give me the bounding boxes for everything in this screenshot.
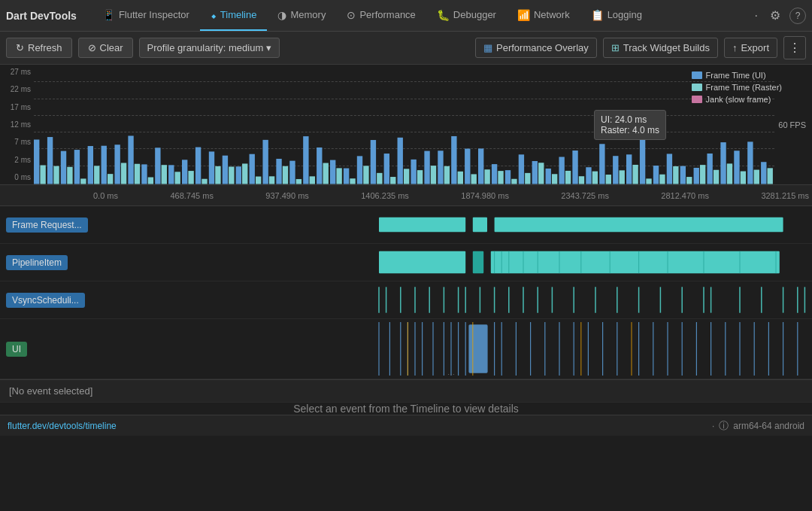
svg-rect-69 <box>498 171 503 184</box>
tl-row-vsync: VsyncScheduli... <box>0 281 812 319</box>
svg-text:⋯: ⋯ <box>447 370 455 379</box>
svg-rect-33 <box>256 177 261 184</box>
svg-rect-17 <box>148 177 153 184</box>
svg-rect-77 <box>552 174 557 184</box>
svg-rect-47 <box>350 178 355 184</box>
tab-network[interactable]: 📶 Network <box>507 0 580 31</box>
y-label-27: 27 ms <box>3 68 31 76</box>
svg-rect-13 <box>121 163 126 184</box>
legend-color-jank <box>692 96 702 103</box>
y-label-22: 22 ms <box>3 85 31 93</box>
top-nav: Dart DevTools 📱 Flutter Inspector ⬥ Time… <box>0 0 812 32</box>
svg-rect-15 <box>135 164 140 184</box>
svg-rect-11 <box>108 174 113 184</box>
frame-chart[interactable] <box>34 65 774 184</box>
nav-tabs: 📱 Flutter Inspector ⬥ Timeline ◑ Memory … <box>92 0 653 31</box>
svg-rect-36 <box>276 159 281 184</box>
svg-rect-6 <box>74 150 80 184</box>
tab-logging[interactable]: 📋 Logging <box>580 0 653 31</box>
granularity-button[interactable]: Profile granularity: medium ▾ <box>139 38 280 58</box>
devtools-link[interactable]: flutter.dev/devtools/timeline <box>8 421 117 431</box>
svg-rect-57 <box>417 170 423 184</box>
svg-rect-99 <box>700 165 705 184</box>
export-button[interactable]: ↑ Export <box>724 38 777 58</box>
svg-rect-73 <box>525 173 530 184</box>
app-title: Dart DevTools <box>6 10 77 22</box>
tl-row-content-pipeline[interactable] <box>90 244 812 281</box>
tab-flutter-inspector[interactable]: 📱 Flutter Inspector <box>92 0 200 31</box>
more-nav-button[interactable]: · <box>752 6 761 26</box>
tab-memory[interactable]: ◑ Memory <box>267 0 336 31</box>
nav-icons: · ⚙ ? <box>752 5 806 26</box>
svg-rect-4 <box>61 151 66 184</box>
svg-rect-92 <box>653 166 659 184</box>
svg-rect-14 <box>128 135 133 184</box>
chart-legend: Frame Time (UI) Frame Time (Raster) Jank… <box>692 71 782 104</box>
performance-icon: ⊙ <box>347 9 356 21</box>
svg-rect-18 <box>155 148 160 184</box>
chart-icon: ▦ <box>483 42 492 53</box>
tl-row-content-ui[interactable]: ⋯ <box>90 319 812 379</box>
svg-rect-38 <box>289 161 295 184</box>
svg-rect-3 <box>53 166 59 184</box>
svg-rect-72 <box>519 154 524 184</box>
time-mark-0: 0.0 ms <box>93 191 118 200</box>
svg-rect-164 <box>473 251 483 273</box>
svg-rect-84 <box>599 144 604 184</box>
svg-rect-29 <box>229 166 234 184</box>
logging-icon: 📋 <box>591 9 604 21</box>
svg-rect-87 <box>620 170 625 184</box>
svg-rect-165 <box>491 251 780 273</box>
svg-rect-35 <box>269 176 274 184</box>
settings-button[interactable]: ⚙ <box>767 5 783 26</box>
svg-rect-34 <box>262 140 268 184</box>
tl-row-label-ui: UI <box>0 342 90 357</box>
tl-row-content-vsync[interactable] <box>90 281 812 318</box>
help-button[interactable]: ? <box>789 8 806 24</box>
svg-rect-80 <box>572 151 577 184</box>
tab-performance[interactable]: ⊙ Performance <box>336 0 426 31</box>
more-options-button[interactable]: ⋮ <box>783 36 806 59</box>
svg-rect-41 <box>310 176 315 184</box>
granularity-selector: Profile granularity: medium ▾ <box>139 38 280 58</box>
svg-rect-54 <box>398 138 403 184</box>
svg-rect-81 <box>579 176 584 184</box>
svg-rect-16 <box>141 164 147 184</box>
time-mark-4: 1874.980 ms <box>461 191 509 200</box>
svg-rect-74 <box>532 161 538 184</box>
svg-rect-106 <box>747 141 753 184</box>
legend-raster: Frame Time (Raster) <box>692 83 782 92</box>
svg-rect-5 <box>67 167 72 184</box>
performance-overlay-button[interactable]: ▦ Performance Overlay <box>475 38 597 58</box>
legend-jank: Jank (slow frame) <box>692 95 782 104</box>
y-label-2: 2 ms <box>3 156 31 164</box>
tl-row-content-frame-request[interactable] <box>90 206 812 243</box>
svg-rect-60 <box>438 151 443 184</box>
tab-debugger[interactable]: 🐛 Debugger <box>426 0 507 31</box>
ui-svg: ⋯ <box>90 319 812 379</box>
network-icon: 📶 <box>517 9 530 21</box>
svg-rect-2 <box>47 137 53 184</box>
event-detail: [No event selected] <box>0 379 812 402</box>
svg-rect-46 <box>344 169 349 184</box>
widget-icon: ⊞ <box>611 42 620 53</box>
tl-row-frame-request: Frame Request... <box>0 206 812 244</box>
tablet-icon: 📱 <box>102 9 115 21</box>
svg-rect-104 <box>734 151 739 184</box>
status-bar: flutter.dev/devtools/timeline · ⓘ arm64-… <box>0 415 812 436</box>
refresh-button[interactable]: ↻ Refresh <box>6 38 72 58</box>
legend-ui: Frame Time (UI) <box>692 71 782 80</box>
refresh-icon: ↻ <box>16 42 24 53</box>
svg-rect-50 <box>371 140 376 184</box>
tl-row-ui: UI <box>0 319 812 379</box>
tab-timeline[interactable]: ⬥ Timeline <box>200 0 268 31</box>
clear-button[interactable]: ⊘ Clear <box>78 38 133 58</box>
track-widget-button[interactable]: ⊞ Track Widget Builds <box>603 38 718 58</box>
svg-rect-75 <box>538 163 544 184</box>
info-icon: ⓘ <box>719 419 729 433</box>
select-event-text: Select an event from the Timeline to vie… <box>293 403 519 415</box>
svg-rect-1 <box>40 166 45 184</box>
legend-color-ui <box>692 71 702 79</box>
svg-rect-160 <box>379 217 465 233</box>
svg-rect-101 <box>714 170 719 184</box>
